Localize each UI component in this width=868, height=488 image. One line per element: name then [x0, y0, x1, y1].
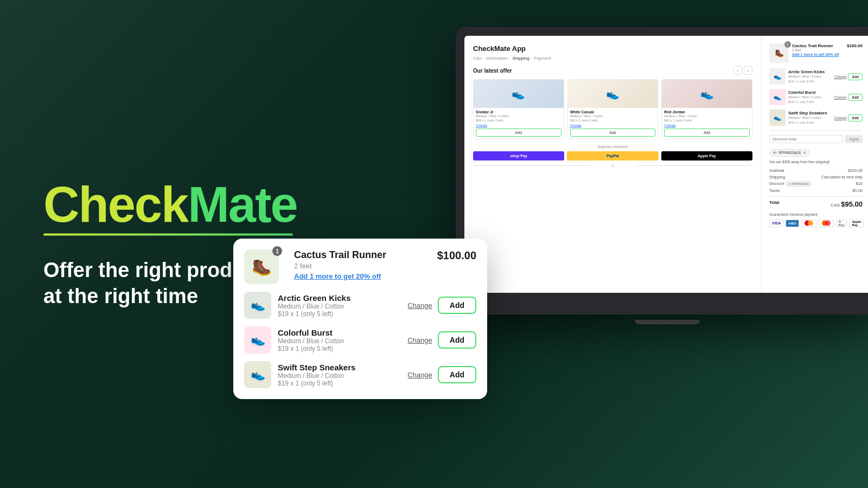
svg-point-3	[825, 221, 831, 226]
discount-input[interactable]	[769, 135, 843, 143]
upsell-item-price-2: $19 x 1 (only 5 left)	[278, 380, 401, 387]
main-item-name: Cactus Trail Runner	[792, 43, 844, 48]
floating-change-0[interactable]: Change	[407, 301, 432, 310]
upsell-change-2[interactable]: Change	[834, 116, 847, 120]
item-badge: 1	[784, 41, 791, 48]
breadcrumb-info: Information	[486, 56, 508, 61]
logo-underline	[43, 234, 293, 236]
upsell-img-0: 👟	[769, 68, 786, 85]
shipping-label: Shipping	[769, 175, 785, 179]
promo-remove[interactable]: ✕	[803, 151, 806, 155]
main-item-price: $100.00	[847, 43, 863, 48]
upsell-img-2: 👟	[769, 110, 786, 126]
product-details-1: Medium / Blue / Cotton$10 x 1 (only 2 le…	[570, 114, 656, 123]
total-value: CAD$95.00	[831, 200, 863, 208]
breadcrumb-payment: Payment	[534, 56, 551, 61]
change-link-2[interactable]: Change	[664, 124, 750, 127]
add-btn-1[interactable]: Add	[570, 129, 656, 137]
breadcrumb: Cart › Information › Shipping › Payment	[473, 56, 752, 61]
floating-card-header: 🥾 1 Cactus Trail Runner 2 feet Add 1 mor…	[244, 249, 476, 284]
upsell-item-variant-1: Medium / Blue / Cotton	[278, 337, 401, 345]
product-grid: 👟 Sneakz Jr Medium / Blue / Cotton$99 x …	[473, 79, 752, 139]
floating-change-1[interactable]: Change	[407, 336, 432, 344]
or-divider: or	[473, 164, 752, 168]
nav-arrows: ‹ ›	[733, 66, 752, 75]
upsell-item-name-0: Arctic Green Kicks	[278, 293, 401, 303]
gpay-icon: G Pay	[836, 220, 847, 227]
offer-title: Our latest offer	[473, 68, 512, 74]
prev-arrow[interactable]: ‹	[733, 66, 742, 75]
upsell-img-1: 👟	[769, 89, 786, 105]
floating-upsell-link[interactable]: Add 1 more to get 20% off	[294, 272, 386, 280]
upsell-add-btn-2[interactable]: Add	[848, 114, 863, 121]
upsell-name-0: Arctic Green Kicks	[788, 69, 832, 74]
taxes-label: Taxes	[769, 188, 780, 193]
upsell-thumb-2: 👟	[244, 361, 271, 388]
payment-icons: VISA AMEX G Pay Apple Pay	[769, 220, 863, 227]
order-summary-panel: 🥾 1 Cactus Trail Runner 2 feet Add 1 mor…	[762, 36, 868, 293]
product-img-1: 👟	[568, 80, 658, 108]
mc-icon	[801, 220, 816, 227]
amex-icon: AMEX	[786, 220, 799, 227]
laptop-outer: CheckMate App Cart › Information › Shipp…	[456, 27, 868, 314]
product-details-2: Medium / Blue / Cotton$62 x 1 (only 5 le…	[664, 114, 750, 123]
breadcrumb-shipping: Shipping	[513, 56, 529, 61]
product-name-2: Red Jordan	[664, 110, 750, 114]
upsell-item-variant-2: Medium / Blue / Cotton	[278, 372, 401, 380]
product-name-0: Sneakz Jr	[476, 110, 561, 114]
floating-upsell-1: 👟 Colorful Burst Medium / Blue / Cotton …	[244, 326, 476, 354]
discount-row-summary: Discount 🏷 SPRINGSALE $10	[769, 181, 863, 187]
floating-product-name: Cactus Trail Runner	[294, 249, 386, 261]
offer-header: Our latest offer ‹ ›	[473, 66, 752, 75]
floating-add-btn-2[interactable]: Add	[438, 366, 476, 383]
main-order-item: 🥾 1 Cactus Trail Runner 2 feet Add 1 mor…	[769, 43, 863, 63]
promo-code: SPRINGSALE	[778, 151, 801, 155]
product-card-0: 👟 Sneakz Jr Medium / Blue / Cotton$99 x …	[473, 79, 564, 139]
shop-pay-button[interactable]: shop Pay	[473, 151, 564, 160]
express-checkout-buttons: shop Pay PayPal Apple Pay	[473, 151, 752, 160]
promo-icon: 🏷	[773, 151, 777, 155]
upsell-item-name-1: Colorful Burst	[278, 328, 401, 337]
discount-label: Discount 🏷 SPRINGSALE	[769, 181, 812, 187]
laptop-base	[635, 320, 700, 324]
upsell-change-0[interactable]: Change	[834, 75, 847, 79]
express-checkout-label: Express checkout	[473, 145, 752, 149]
floating-change-2[interactable]: Change	[407, 371, 432, 379]
change-link-1[interactable]: Change	[570, 124, 656, 127]
mc2-icon	[819, 220, 834, 227]
laptop-screen: CheckMate App Cart › Information › Shipp…	[464, 36, 868, 293]
apple-pay-button[interactable]: Apple Pay	[661, 151, 752, 160]
breadcrumb-cart: Cart	[473, 56, 481, 61]
add-btn-0[interactable]: Add	[476, 129, 561, 137]
floating-add-btn-0[interactable]: Add	[438, 297, 476, 314]
logo-mate: Mate	[188, 177, 297, 232]
floating-add-btn-1[interactable]: Add	[438, 331, 476, 349]
add-1-more-link[interactable]: Add 1 more to get 20% off	[792, 53, 844, 56]
total-row: Total CAD$95.00	[769, 196, 863, 208]
upsell-item-price-1: $19 x 1 (only 5 left)	[278, 345, 401, 352]
subtotal-label: Subtotal	[769, 168, 784, 173]
shipping-row: Shipping Calculated at next step	[769, 175, 863, 179]
upsell-add-btn-0[interactable]: Add	[848, 73, 863, 80]
upsell-sub-1: Medium / Blue / Cotton$19 x 1 only 5 lef…	[788, 95, 832, 104]
add-btn-2[interactable]: Add	[664, 129, 750, 137]
paypal-button[interactable]: PayPal	[567, 151, 658, 160]
floating-card: 🥾 1 Cactus Trail Runner 2 feet Add 1 mor…	[233, 239, 487, 399]
logo: CheckMate	[43, 179, 336, 236]
floating-upsell-2: 👟 Swift Step Sneakers Medium / Blue / Co…	[244, 361, 476, 388]
logo-check: Check	[43, 177, 188, 232]
main-item-details: Cactus Trail Runner 2 feet Add 1 more to…	[792, 43, 844, 56]
apply-button[interactable]: Apply	[845, 135, 863, 143]
floating-price: $100.00	[437, 249, 476, 262]
change-link-0[interactable]: Change	[476, 124, 561, 127]
discount-row: Apply	[769, 135, 863, 143]
promo-tag: 🏷 SPRINGSALE ✕	[769, 149, 810, 157]
upsell-add-btn-1[interactable]: Add	[848, 94, 863, 101]
discount-value: $10	[856, 181, 863, 187]
next-arrow[interactable]: ›	[744, 66, 752, 75]
upsell-item-price-0: $19 x 1 (only 5 left)	[278, 310, 401, 318]
total-label: Total	[769, 200, 780, 208]
subtotal-row: Subtotal $100.00	[769, 168, 863, 173]
product-name-1: White Casual	[570, 110, 656, 114]
upsell-change-1[interactable]: Change	[834, 95, 847, 99]
